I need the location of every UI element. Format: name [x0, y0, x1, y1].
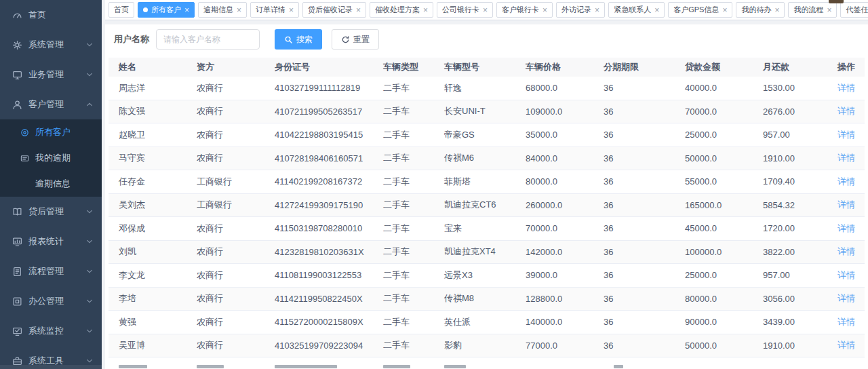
sidebar-item-system-monitoring[interactable]: 系统监控	[0, 316, 102, 346]
customer-name-input[interactable]	[156, 29, 260, 50]
sidebar-item-all-customers[interactable]: 所有客户	[0, 119, 102, 145]
detail-link[interactable]: 详情	[837, 246, 855, 256]
tab-13[interactable]: 代签任务×	[840, 2, 868, 18]
detail-link[interactable]: 详情	[837, 106, 855, 116]
tab-11[interactable]: 我的待办×	[736, 2, 785, 18]
detail-link[interactable]: 详情	[837, 153, 855, 163]
tab-4[interactable]: 贷后催收记录×	[302, 2, 366, 18]
reset-button[interactable]: 重置	[332, 29, 379, 50]
detail-link[interactable]: 详情	[837, 130, 855, 140]
tab-5[interactable]: 催收处理方案×	[370, 2, 433, 18]
chevron-down-icon	[85, 208, 94, 216]
sidebar-item-label: 流程管理	[28, 265, 85, 277]
sidebar-item-label: 系统管理	[28, 39, 85, 51]
sidebar-item-process-management[interactable]: 流程管理	[0, 256, 102, 286]
close-icon[interactable]: ×	[827, 6, 831, 14]
sidebar-item-my-overdue[interactable]: 我的逾期	[0, 145, 102, 171]
tab-1[interactable]: 所有客户×	[138, 2, 195, 18]
cell-vehicle_price: 260000.0	[515, 200, 593, 210]
close-icon[interactable]: ×	[722, 6, 727, 14]
cell-funder: 农商行	[186, 339, 264, 351]
cell-action: 详情	[824, 152, 858, 164]
sidebar-item-label: 报表统计	[28, 235, 85, 248]
cell-loan_amount: 80000.0	[675, 294, 753, 304]
cell-vehicle_type: 二手车	[373, 129, 434, 141]
tab-12[interactable]: 我的流程×	[788, 2, 837, 18]
sidebar-item-overdue-info[interactable]: 逾期信息	[0, 171, 102, 197]
tab-0[interactable]: 首页	[108, 2, 134, 18]
detail-link[interactable]: 详情	[837, 270, 855, 280]
cell-monthly_payment: 2676.00	[753, 106, 824, 117]
cell-name: 吴刘杰	[108, 199, 186, 211]
table-row: 赵晓卫农商行410422198803195415二手车帝豪GS35000.036…	[108, 123, 865, 147]
cell-action: 详情	[824, 339, 858, 351]
cell-loan_amount: 50000.0	[675, 153, 753, 163]
sidebar-item-home[interactable]: 首页	[0, 0, 102, 30]
tab-label: 公司银行卡	[442, 5, 479, 15]
cell-vehicle_price: 109000.0	[515, 106, 593, 117]
chevron-down-icon	[85, 297, 94, 305]
sidebar-item-system-management[interactable]: 系统管理	[0, 30, 102, 60]
cell-installment_term: 36	[593, 223, 675, 233]
detail-link[interactable]: 详情	[837, 83, 855, 93]
close-icon[interactable]: ×	[774, 6, 779, 14]
table-row: 任存金工商银行411402199208167372二手车菲斯塔80000.036…	[108, 170, 865, 194]
close-icon[interactable]: ×	[542, 6, 547, 14]
close-icon[interactable]: ×	[184, 6, 189, 14]
chevron-down-icon	[85, 327, 94, 335]
cell-installment_term: 36	[593, 130, 675, 140]
cell-vehicle_model: 传祺M8	[434, 292, 515, 305]
avatar[interactable]	[829, 0, 844, 3]
cell-name: 赵晓卫	[108, 129, 186, 141]
close-icon[interactable]: ×	[423, 6, 428, 14]
table-header: 姓名资方身份证号车辆类型车辆型号车辆价格分期期限贷款金额月还款操作	[108, 58, 865, 77]
search-button[interactable]: 搜索	[275, 29, 322, 50]
cell-vehicle_type: 二手车	[373, 199, 434, 211]
sidebar-item-business-management[interactable]: 业务管理	[0, 60, 102, 90]
sidebar-item-post-loan-management[interactable]: 贷后管理	[0, 197, 102, 227]
detail-link[interactable]: 详情	[837, 176, 855, 187]
sidebar-item-office-management[interactable]: 办公管理	[0, 286, 102, 316]
sidebar-item-label: 办公管理	[28, 295, 85, 307]
sidebar-submenu: 所有客户我的逾期逾期信息	[0, 119, 102, 197]
cell-funder: 工商银行	[186, 199, 264, 211]
col-vehicle_model: 车辆型号	[434, 61, 515, 73]
sidebar-item-report-statistics[interactable]: 报表统计	[0, 227, 102, 256]
close-icon[interactable]: ×	[654, 6, 659, 14]
cell-action: 详情	[824, 82, 858, 94]
customers-table: 姓名资方身份证号车辆类型车辆型号车辆价格分期期限贷款金额月还款操作 周志洋农商行…	[108, 58, 865, 369]
tab-6[interactable]: 公司银行卡×	[437, 2, 493, 18]
monitor-check-icon	[12, 326, 22, 336]
tab-label: 客户银行卡	[502, 5, 539, 15]
cell-vehicle_price: 142000.0	[515, 247, 593, 257]
sidebar: 首页系统管理业务管理客户管理所有客户我的逾期逾期信息贷后管理报表统计流程管理办公…	[0, 0, 102, 369]
close-icon[interactable]: ×	[483, 6, 488, 14]
close-icon[interactable]: ×	[356, 6, 361, 14]
sidebar-item-label: 所有客户	[35, 126, 71, 138]
detail-link[interactable]: 详情	[837, 223, 855, 233]
cell-name: 任存金	[108, 176, 186, 188]
detail-link[interactable]: 详情	[837, 317, 855, 327]
close-icon[interactable]: ×	[237, 6, 241, 14]
tab-3[interactable]: 订单详情×	[250, 2, 299, 18]
sidebar-item-label: 系统监控	[28, 325, 85, 337]
sidebar-item-label: 首页	[28, 9, 94, 21]
detail-link[interactable]: 详情	[837, 199, 855, 210]
office-icon	[12, 296, 22, 307]
tab-8[interactable]: 外访记录×	[556, 2, 605, 18]
cell-vehicle_model: 菲斯塔	[434, 176, 515, 188]
detail-link[interactable]: 详情	[837, 293, 855, 303]
col-vehicle_price: 车辆价格	[515, 61, 593, 73]
tab-2[interactable]: 逾期信息×	[198, 2, 247, 18]
cell-installment_term: 36	[593, 270, 675, 280]
sidebar-item-customer-management[interactable]: 客户管理	[0, 90, 102, 119]
cell-id_number: 412724199309175190	[264, 200, 373, 210]
cell-installment_term: 36	[593, 200, 675, 210]
close-icon[interactable]: ×	[289, 6, 294, 14]
tab-10[interactable]: 客户GPS信息×	[668, 2, 732, 18]
close-icon[interactable]: ×	[595, 6, 599, 14]
detail-link[interactable]: 详情	[837, 340, 855, 350]
tab-9[interactable]: 紧急联系人×	[608, 2, 665, 18]
cell-monthly_payment: 5854.32	[753, 200, 824, 210]
tab-7[interactable]: 客户银行卡×	[496, 2, 553, 18]
